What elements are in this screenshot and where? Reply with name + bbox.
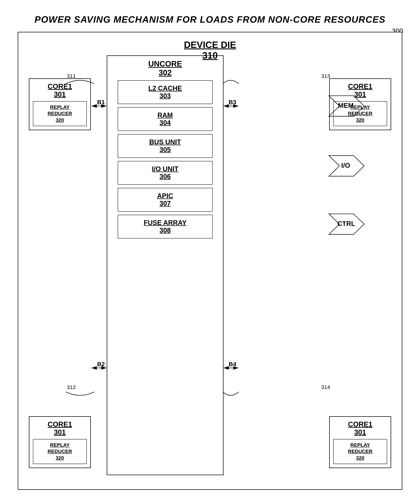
replay-box-top-left: REPLAY REDUCER 320 <box>33 101 87 126</box>
core-bot-left: CORE1 301 REPLAY REDUCER 320 <box>29 416 91 468</box>
svg-marker-12 <box>329 156 364 176</box>
core-bot-right: CORE1 301 REPLAY REDUCER 320 <box>329 416 391 468</box>
ref-313: 313 <box>321 73 330 79</box>
diagram-container: DEVICE DIE 310 UNCORE 302 L2 CACHE 303 R… <box>18 32 402 490</box>
ref-314: 314 <box>321 384 330 390</box>
page-title: POWER SAVING MECHANISM FOR LOADS FROM NO… <box>0 0 420 25</box>
svg-text:CTRL: CTRL <box>337 220 355 227</box>
ref-311: 311 <box>67 73 76 79</box>
uncore-box: UNCORE 302 L2 CACHE 303 RAM 304 BUS UNIT… <box>107 55 224 475</box>
core-top-left: CORE1 301 REPLAY REDUCER 320 <box>29 78 91 130</box>
uncore-label: UNCORE 302 <box>107 56 223 77</box>
comp-iounit: I/O UNIT 306 <box>118 161 213 185</box>
comp-apic: APIC 307 <box>118 188 213 212</box>
svg-marker-14 <box>329 214 364 234</box>
svg-text:B3: B3 <box>229 99 236 105</box>
ref-312: 312 <box>67 384 76 390</box>
svg-text:B1: B1 <box>97 99 105 105</box>
comp-fusearray: FUSE ARRAY 308 <box>118 215 213 239</box>
core-top-right: CORE1 301 REPLAY REDUCER 320 <box>329 78 391 130</box>
comp-busunit: BUS UNIT 305 <box>118 134 213 158</box>
replay-box-top-right: REPLAY REDUCER 320 <box>333 101 387 126</box>
replay-box-bot-right: REPLAY REDUCER 320 <box>333 439 387 464</box>
svg-text:B4: B4 <box>229 361 237 367</box>
svg-text:I/O: I/O <box>341 162 350 169</box>
comp-l2cache: L2 CACHE 303 <box>118 80 213 104</box>
replay-box-bot-left: REPLAY REDUCER 320 <box>33 439 87 464</box>
svg-text:B2: B2 <box>97 361 105 367</box>
comp-ram: RAM 304 <box>118 107 213 131</box>
